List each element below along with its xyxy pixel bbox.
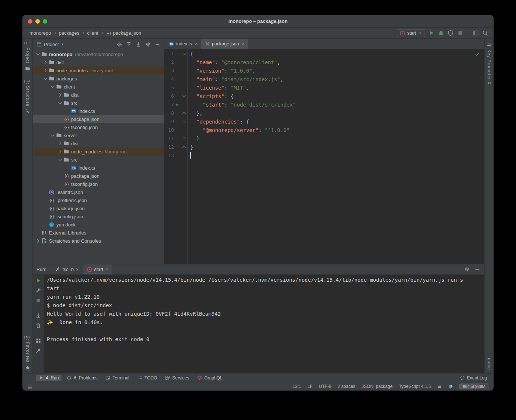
code-line-3[interactable]: 3 "version": "1.0.0", [164,66,484,75]
code-line-6[interactable]: 6 "scripts": { [164,92,484,100]
tree-item-src[interactable]: src [33,156,164,164]
code-line-12[interactable]: 12} [164,143,484,151]
debug-button[interactable] [438,30,444,36]
settings-button[interactable] [145,42,151,47]
tree-item-package-json[interactable]: {}package.json [33,172,164,180]
code-line-8[interactable]: 8 }, [164,109,484,117]
typescript-version[interactable]: TypeScript 4.1.5 [399,384,431,389]
tree-item-server[interactable]: server [33,131,164,139]
editor-tab-package-json[interactable]: {}package.json× [201,39,248,49]
tree-item-index-ts[interactable]: TSindex.ts [33,107,164,115]
toolwindow-button-todo[interactable]: TODO [135,375,160,381]
hide-panel-button[interactable] [155,42,160,47]
toolwindow-button-4-run[interactable]: 4: Run [36,375,62,381]
tree-item-tsconfig-json[interactable]: {}tsconfig.json [33,180,164,188]
tree-item-tsconfig-json[interactable]: {}tsconfig.json [33,123,164,131]
pin-button[interactable] [35,348,41,354]
toolwindow-button-make[interactable]: make [487,358,492,370]
code-line-5[interactable]: 5 "license": "MIT", [164,83,484,92]
tree-item-scratches-and-consoles[interactable]: Scratches and Consoles [33,237,164,245]
build-button[interactable] [35,288,41,294]
toolwindow-button-event-log[interactable]: Event Log [457,375,490,381]
code-line-2[interactable]: 2 "name": "@monorepo/client", [164,58,484,66]
tree-item-monorepo[interactable]: monorepo/private/tmp/monorepo [33,50,164,58]
collapse-all-button[interactable] [126,42,132,47]
tree-item-dist[interactable]: dist [33,139,164,147]
code-line-9[interactable]: 9 "dependencies": { [164,117,484,126]
editor-tab-index-ts[interactable]: TSindex.ts× [165,39,201,49]
tree-item-node-modules[interactable]: node_moduleslibrary root [33,147,164,156]
code-line-13[interactable]: 13 [164,151,484,160]
tree-item--eslintrc-json[interactable]: .eslintrc.json [33,188,164,196]
toolwindow-toggle-icon[interactable] [28,384,32,389]
project-panel-title[interactable]: Project [44,42,59,47]
toolwindow-button-1-project[interactable]: 1: Project [25,42,30,71]
close-tab-icon[interactable]: × [195,41,198,46]
analysis-status-icon[interactable] [448,384,453,389]
tree-item-yarn-lock[interactable]: yarn.lock [33,221,164,229]
toolwindow-button-7-structure[interactable]: 7: Structure [25,80,30,114]
clear-console-button[interactable] [35,323,41,329]
close-tab-icon[interactable]: × [76,267,79,272]
run-tab-start[interactable]: start× [83,264,112,274]
line-separator[interactable]: LF [307,384,313,389]
run-tab-tsc-b[interactable]: tsc -b× [51,264,82,274]
tree-item-tsconfig-json[interactable]: {}tsconfig.json [33,212,164,221]
fold-open-icon[interactable] [182,94,186,97]
json-schema[interactable]: JSON: package [362,384,393,389]
tree-item-packages[interactable]: packages [33,74,164,83]
search-everywhere-button[interactable] [482,30,488,36]
code-line-10[interactable]: 10 "@monorepo/server": "^1.0.0" [164,126,484,134]
fold-gutter[interactable] [181,112,187,114]
fold-open-icon[interactable] [182,119,186,123]
close-tab-icon[interactable]: × [105,267,108,272]
toolwindow-button-6-problems[interactable]: 6: Problems [64,375,100,381]
tree-item-dist[interactable]: dist [33,58,164,66]
fold-open-icon[interactable] [182,51,186,55]
expand-button[interactable] [136,42,141,47]
code-line-7[interactable]: 7 "start": "node dist/src/index" [164,100,484,109]
fold-gutter[interactable] [181,146,187,148]
indent-style[interactable]: 2 spaces [338,384,355,389]
fold-gutter[interactable] [181,137,187,140]
breadcrumb-item[interactable]: packages [57,30,81,36]
toolwindow-button-terminal[interactable]: Terminal [102,375,132,381]
toolwindow-button-graphql[interactable]: GraphQL [194,375,225,381]
console-output[interactable]: /Users/valcker/.nvm/versions/node/v14.15… [44,275,484,373]
code-area[interactable]: 1{2 "name": "@monorepo/client",3 "versio… [164,49,484,264]
readonly-toggle-icon[interactable] [437,384,442,389]
code-line-1[interactable]: 1{ [164,49,484,58]
hide-panel-button[interactable] [474,267,480,272]
inspections-ok-icon[interactable] [475,52,480,57]
run-button[interactable] [428,30,435,36]
run-config-select[interactable]: start [397,29,425,37]
toolwindow-button-key-promoter-x[interactable]: Key Promoter X [487,42,492,85]
fold-close-icon[interactable] [182,137,186,141]
close-tab-icon[interactable]: × [242,41,245,46]
tree-item-package-json[interactable]: {}package.json [33,115,164,123]
code-line-4[interactable]: 4 "main": "dist/src/index.js", [164,75,484,83]
memory-indicator[interactable]: 664 of 989M [459,383,489,389]
tool-windows-layout-button[interactable] [473,30,479,36]
tree-item-external-libraries[interactable]: External Libraries [33,229,164,237]
chevron-down-icon[interactable] [61,42,64,46]
fold-gutter[interactable] [181,95,187,97]
zoom-window-button[interactable] [43,19,47,24]
restore-layout-button[interactable] [35,338,41,344]
tree-item--prettierrc-json[interactable]: {}.prettierrc.json [33,196,164,204]
code-line-11[interactable]: 11 } [164,134,484,143]
fold-close-icon[interactable] [182,146,186,149]
scroll-to-end-button[interactable] [35,313,41,319]
breadcrumb-item[interactable]: monorepo [28,30,53,36]
tree-item-src[interactable]: src [33,99,164,107]
file-encoding[interactable]: UTF-8 [319,384,331,389]
tree-item-package-json[interactable]: {}package.json [33,204,164,212]
minimize-window-button[interactable] [35,19,40,24]
close-window-button[interactable] [28,19,32,24]
stop-button[interactable] [35,298,41,303]
locate-button[interactable] [116,42,122,47]
tree-item-node-modules[interactable]: node_moduleslibrary root [33,66,164,74]
tree-item-client[interactable]: client [33,83,164,91]
toolwindow-button-2-favorites[interactable]: 2: Favorites [25,336,30,370]
caret-position[interactable]: 13:1 [293,384,301,389]
